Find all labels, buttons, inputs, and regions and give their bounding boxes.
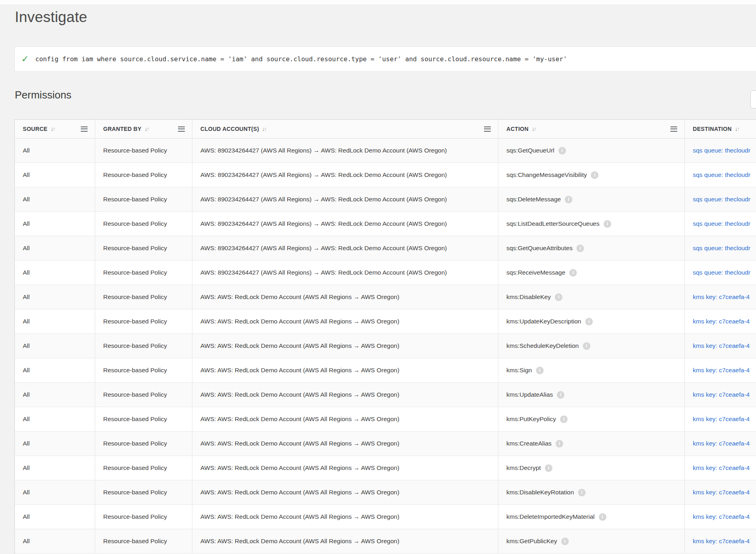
destination-link[interactable]: kms key: c7ceaefa-4: [685, 334, 756, 358]
table-row: All Resource-based Policy AWS: 890234264…: [15, 138, 756, 163]
destination-link[interactable]: sqs queue: thecloudr: [685, 187, 756, 211]
column-header-cloud-accounts[interactable]: CLOUD ACCOUNT(S) ↓↑: [192, 120, 498, 138]
sort-icon[interactable]: ↓↑: [145, 126, 150, 132]
page-title: Investigate: [15, 9, 87, 26]
destination-link[interactable]: kms key: c7ceaefa-4: [685, 407, 756, 431]
source-cell: All: [15, 358, 95, 382]
granted-by-cell: Resource-based Policy: [95, 383, 192, 407]
granted-by-cell: Resource-based Policy: [95, 285, 192, 309]
sort-icon[interactable]: ↓↑: [735, 126, 740, 132]
table-row: All Resource-based Policy AWS: AWS: RedL…: [15, 407, 756, 432]
destination-link[interactable]: kms key: c7ceaefa-4: [685, 529, 756, 553]
info-icon[interactable]: i: [583, 342, 590, 350]
destination-link[interactable]: kms key: c7ceaefa-4: [685, 456, 756, 480]
table-row: All Resource-based Policy AWS: AWS: RedL…: [15, 383, 756, 407]
destination-link[interactable]: kms key: c7ceaefa-4: [685, 432, 756, 456]
granted-by-cell: Resource-based Policy: [95, 358, 192, 382]
action-cell: sqs:ChangeMessageVisibility i: [498, 163, 685, 187]
action-cell: sqs:ReceiveMessage i: [498, 261, 685, 285]
table-row: All Resource-based Policy AWS: AWS: RedL…: [15, 309, 756, 334]
granted-by-cell: Resource-based Policy: [95, 187, 192, 211]
info-icon[interactable]: i: [585, 318, 593, 325]
destination-link[interactable]: kms key: c7ceaefa-4: [685, 285, 756, 309]
table-body: All Resource-based Policy AWS: 890234264…: [15, 138, 756, 554]
permissions-table: SOURCE ↓↑ GRANTED BY ↓↑ CLOUD ACCOUNT(S)…: [14, 119, 756, 554]
action-cell: sqs:DeleteMessage i: [498, 187, 685, 211]
granted-by-cell: Resource-based Policy: [95, 505, 192, 529]
granted-by-cell: Resource-based Policy: [95, 138, 192, 163]
source-cell: All: [15, 236, 95, 260]
source-cell: All: [15, 529, 95, 553]
destination-link[interactable]: sqs queue: thecloudr: [685, 261, 756, 285]
table-settings-button[interactable]: [750, 90, 756, 108]
table-header-row: SOURCE ↓↑ GRANTED BY ↓↑ CLOUD ACCOUNT(S)…: [15, 120, 756, 138]
action-cell: sqs:GetQueueAttributes i: [498, 236, 685, 260]
sort-icon[interactable]: ↓↑: [51, 126, 56, 132]
column-header-source[interactable]: SOURCE ↓↑: [15, 120, 95, 138]
cloud-account-cell: AWS: AWS: RedLock Demo Account (AWS All …: [192, 529, 498, 553]
sort-icon[interactable]: ↓↑: [532, 126, 536, 132]
destination-link[interactable]: kms key: c7ceaefa-4: [685, 358, 756, 382]
granted-by-cell: Resource-based Policy: [95, 407, 192, 431]
info-icon[interactable]: i: [591, 171, 598, 179]
sort-icon[interactable]: ↓↑: [262, 126, 267, 132]
column-header-destination[interactable]: DESTINATION ↓↑: [685, 120, 756, 138]
info-icon[interactable]: i: [557, 391, 564, 399]
destination-link[interactable]: kms key: c7ceaefa-4: [685, 309, 756, 333]
info-icon[interactable]: i: [599, 513, 606, 521]
info-icon[interactable]: i: [558, 147, 566, 155]
column-header-action[interactable]: ACTION ↓↑: [498, 120, 685, 138]
cloud-account-cell: AWS: AWS: RedLock Demo Account (AWS All …: [192, 407, 498, 431]
table-row: All Resource-based Policy AWS: 890234264…: [15, 236, 756, 261]
source-cell: All: [15, 456, 95, 480]
info-icon[interactable]: i: [578, 489, 586, 496]
query-valid-check-icon: ✓: [21, 54, 29, 64]
granted-by-cell: Resource-based Policy: [95, 456, 192, 480]
info-icon[interactable]: i: [536, 367, 544, 374]
info-icon[interactable]: i: [565, 196, 572, 203]
granted-by-cell: Resource-based Policy: [95, 480, 192, 504]
destination-link[interactable]: kms key: c7ceaefa-4: [685, 480, 756, 504]
info-icon[interactable]: i: [604, 220, 611, 228]
info-icon[interactable]: i: [560, 416, 568, 423]
query-input[interactable]: ✓ config from iam where source.cloud.ser…: [14, 46, 756, 72]
cloud-account-cell: AWS: 890234264427 (AWS All Regions) → AW…: [192, 138, 498, 163]
cloud-account-cell: AWS: AWS: RedLock Demo Account (AWS All …: [192, 334, 498, 358]
destination-link[interactable]: sqs queue: thecloudr: [685, 236, 756, 260]
destination-link[interactable]: kms key: c7ceaefa-4: [685, 505, 756, 529]
destination-link[interactable]: sqs queue: thecloudr: [685, 138, 756, 163]
cloud-account-cell: AWS: AWS: RedLock Demo Account (AWS All …: [192, 383, 498, 407]
cloud-account-cell: AWS: AWS: RedLock Demo Account (AWS All …: [192, 456, 498, 480]
table-row: All Resource-based Policy AWS: 890234264…: [15, 163, 756, 187]
column-menu-icon[interactable]: [484, 126, 491, 132]
section-title-permissions: Permissions: [15, 89, 72, 101]
top-strip: [0, 0, 756, 5]
column-menu-icon[interactable]: [81, 126, 88, 132]
cloud-account-cell: AWS: 890234264427 (AWS All Regions) → AW…: [192, 163, 498, 187]
info-icon[interactable]: i: [545, 464, 552, 472]
destination-link[interactable]: sqs queue: thecloudr: [685, 163, 756, 187]
action-cell: sqs:GetQueueUrl i: [498, 138, 685, 163]
destination-link[interactable]: kms key: c7ceaefa-4: [685, 383, 756, 407]
info-icon[interactable]: i: [555, 293, 562, 301]
info-icon[interactable]: i: [556, 440, 563, 448]
info-icon[interactable]: i: [561, 538, 569, 545]
column-header-granted-by[interactable]: GRANTED BY ↓↑: [95, 120, 192, 138]
granted-by-cell: Resource-based Policy: [95, 261, 192, 285]
source-cell: All: [15, 383, 95, 407]
action-cell: kms:Decrypt i: [498, 456, 685, 480]
info-icon[interactable]: i: [576, 245, 584, 252]
info-icon[interactable]: i: [569, 269, 577, 277]
destination-link[interactable]: sqs queue: thecloudr: [685, 212, 756, 236]
cloud-account-cell: AWS: AWS: RedLock Demo Account (AWS All …: [192, 358, 498, 382]
source-cell: All: [15, 261, 95, 285]
column-menu-icon[interactable]: [670, 126, 677, 132]
cloud-account-cell: AWS: AWS: RedLock Demo Account (AWS All …: [192, 432, 498, 456]
granted-by-cell: Resource-based Policy: [95, 334, 192, 358]
action-cell: kms:UpdateAlias i: [498, 383, 685, 407]
cloud-account-cell: AWS: AWS: RedLock Demo Account (AWS All …: [192, 285, 498, 309]
column-menu-icon[interactable]: [178, 126, 185, 132]
source-cell: All: [15, 432, 95, 456]
action-cell: kms:Sign i: [498, 358, 685, 382]
source-cell: All: [15, 212, 95, 236]
